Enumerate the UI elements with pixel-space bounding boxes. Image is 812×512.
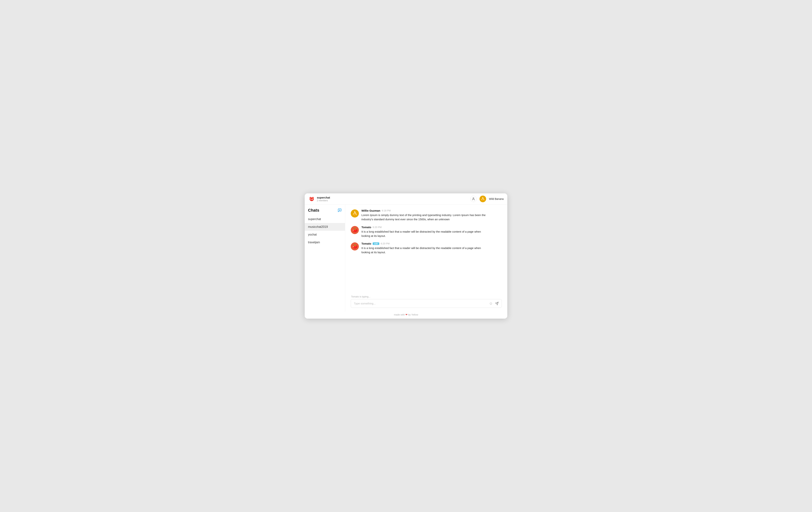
app-window: superchat 2 members 🍌 Wild Banana Chats xyxy=(305,193,507,319)
avatar: 🍌 xyxy=(351,209,359,217)
header: superchat 2 members 🍌 Wild Banana xyxy=(305,193,507,205)
message-author: Tomato xyxy=(361,225,371,229)
app-info: superchat 2 members xyxy=(317,196,330,202)
message-content: Willie Guzman 6:18 PM Lorem Ipsum is sim… xyxy=(361,209,490,221)
add-user-button[interactable] xyxy=(470,196,476,202)
message-time: 6:18 PM xyxy=(382,209,390,212)
message-time: 6:20 PM xyxy=(373,226,381,229)
table-row: 🍅 Tomato edit 6:20 PM It is a long estab… xyxy=(351,242,502,254)
message-content: Tomato edit 6:20 PM It is a long establi… xyxy=(361,242,490,254)
send-button[interactable] xyxy=(494,301,500,306)
message-content: Tomato 6:20 PM It is a long established … xyxy=(361,225,490,238)
table-row: 🍌 Willie Guzman 6:18 PM Lorem Ipsum is s… xyxy=(351,209,502,221)
heart-icon: ❤ xyxy=(405,313,407,316)
message-meta: Tomato edit 6:20 PM xyxy=(361,242,490,245)
message-text: It is a long established fact that a rea… xyxy=(361,246,490,254)
chat-list: superchat musicchat2019 yochat traveljam xyxy=(305,215,345,246)
sidebar-item-traveljam[interactable]: traveljam xyxy=(305,239,345,246)
app-footer: made with ❤ by Yellow xyxy=(305,311,507,319)
footer-text-before: made with xyxy=(394,313,405,316)
avatar: 🍅 xyxy=(351,226,359,234)
message-meta: Willie Guzman 6:18 PM xyxy=(361,209,490,212)
chat-footer: Tomato is typing... ☺ xyxy=(345,294,507,311)
header-right: 🍌 Wild Banana xyxy=(470,195,504,202)
avatar: 🍅 xyxy=(351,242,359,250)
app-logo xyxy=(308,195,315,202)
emoji-button[interactable]: ☺ xyxy=(488,300,494,307)
svg-point-7 xyxy=(312,199,313,200)
user-name: Wild Banana xyxy=(489,198,504,200)
header-left: superchat 2 members xyxy=(308,195,330,202)
message-time: 6:20 PM xyxy=(381,242,389,245)
message-author: Tomato xyxy=(361,242,371,245)
sidebar-item-yochat[interactable]: yochat xyxy=(305,231,345,239)
app-name: superchat xyxy=(317,196,330,199)
svg-point-8 xyxy=(473,198,474,199)
new-chat-icon[interactable] xyxy=(338,208,342,212)
sidebar-header: Chats xyxy=(305,208,345,215)
message-meta: Tomato 6:20 PM xyxy=(361,225,490,229)
message-text: Lorem Ipsum is simply dummy text of the … xyxy=(361,213,490,221)
app-members: 2 members xyxy=(317,199,330,202)
edit-badge: edit xyxy=(373,242,379,245)
table-row: 🍅 Tomato 6:20 PM It is a long establishe… xyxy=(351,225,502,238)
typing-indicator: Tomato is typing... xyxy=(351,295,502,298)
avatar: 🍌 xyxy=(480,195,486,202)
sidebar: Chats superchat musicchat2019 yochat tra… xyxy=(305,205,345,311)
main-layout: Chats superchat musicchat2019 yochat tra… xyxy=(305,205,507,311)
message-input-row: ☺ xyxy=(351,299,502,308)
sidebar-item-superchat[interactable]: superchat xyxy=(305,215,345,223)
message-author: Willie Guzman xyxy=(361,209,380,212)
footer-text-after: by Yellow xyxy=(407,313,418,316)
chat-area: 🍌 Willie Guzman 6:18 PM Lorem Ipsum is s… xyxy=(345,205,507,311)
sidebar-title: Chats xyxy=(308,208,319,213)
svg-point-6 xyxy=(311,199,312,200)
message-text: It is a long established fact that a rea… xyxy=(361,230,490,238)
messages-list: 🍌 Willie Guzman 6:18 PM Lorem Ipsum is s… xyxy=(345,205,507,294)
sidebar-item-musicchat2019[interactable]: musicchat2019 xyxy=(305,223,345,231)
message-input[interactable] xyxy=(353,299,488,307)
